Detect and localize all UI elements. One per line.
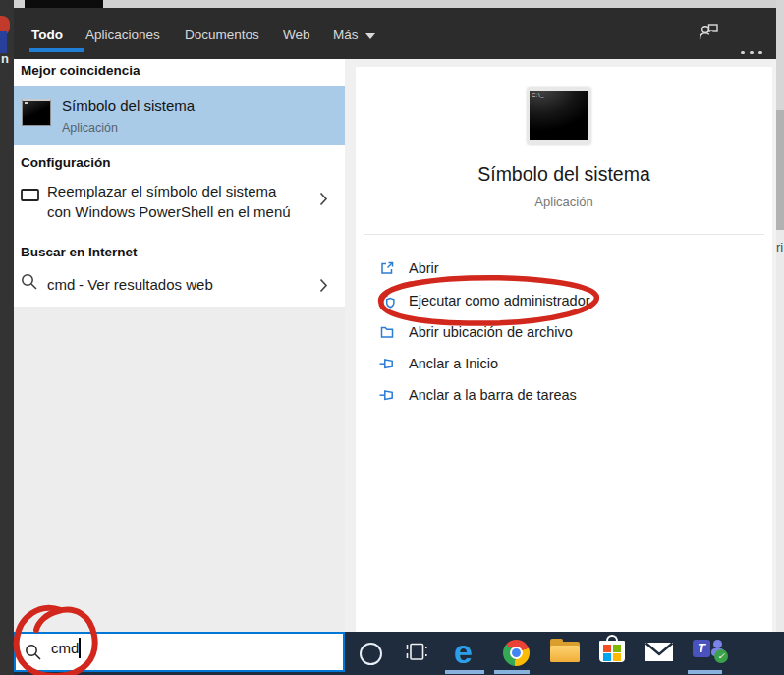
action-label: Anclar a Inicio xyxy=(409,356,498,371)
settings-result-line2: con Windows PowerShell en el menú xyxy=(47,203,291,220)
tab-mas[interactable]: Más xyxy=(333,28,359,42)
cmd-icon-prompt-text: C:\_ xyxy=(532,92,544,98)
background-window-right-edge-light xyxy=(776,230,784,632)
action-anclar-inicio[interactable]: Anclar a Inicio xyxy=(364,351,668,376)
more-options-icon[interactable] xyxy=(741,40,767,58)
search-filter-bar: Todo Aplicaciones Documentos Web Más xyxy=(14,8,776,59)
taskbar-running-indicator xyxy=(445,670,484,674)
action-ejecutar-como-administrador[interactable]: Ejecutar como administrador xyxy=(364,288,668,313)
web-search-section-header: Buscar en Internet xyxy=(21,245,138,259)
cortana-icon xyxy=(360,643,382,665)
action-label: Anclar a la barra de tareas xyxy=(409,387,577,403)
search-input[interactable]: cmd xyxy=(14,632,345,672)
action-abrir-ubicacion[interactable]: Abrir ubicación de archivo xyxy=(364,319,668,345)
edge-icon: e xyxy=(454,633,473,670)
windows-search-flyout: ri n Todo Aplicaciones Documentos Web Má… xyxy=(0,0,784,675)
best-match-title: Símbolo del sistema xyxy=(62,97,195,114)
run-as-admin-shield-icon xyxy=(378,292,396,309)
settings-result-row[interactable]: Reemplazar el símbolo del sistema con Wi… xyxy=(14,179,345,230)
pin-icon xyxy=(378,355,396,372)
active-tab-underline xyxy=(29,48,84,52)
open-icon xyxy=(378,259,396,277)
preview-divider xyxy=(364,234,764,235)
web-search-result-row[interactable]: cmd - Ver resultados web xyxy=(14,267,345,305)
preview-panel xyxy=(356,67,772,632)
action-anclar-barra-tareas[interactable]: Anclar a la barra de tareas xyxy=(364,382,668,408)
tab-todo[interactable]: Todo xyxy=(31,28,63,42)
background-left-strip: n xyxy=(0,0,14,675)
task-view-button[interactable] xyxy=(405,642,427,662)
search-icon xyxy=(21,273,38,291)
teams-button[interactable]: T ✓ xyxy=(693,637,730,666)
background-partial-letter: n xyxy=(1,51,9,66)
action-label: Ejecutar como administrador xyxy=(409,293,590,309)
action-label: Abrir xyxy=(409,260,439,276)
settings-section-header: Configuración xyxy=(21,155,111,170)
cmd-app-icon-large: ▪ ▪ C:\_ xyxy=(528,88,590,144)
background-partial-text: ri xyxy=(776,240,783,254)
file-explorer-button[interactable] xyxy=(550,642,580,662)
tab-documentos[interactable]: Documentos xyxy=(185,28,259,42)
best-match-subtitle: Aplicación xyxy=(62,121,118,135)
search-icon xyxy=(25,644,42,661)
chevron-down-icon[interactable] xyxy=(365,33,375,39)
chevron-right-icon xyxy=(319,278,328,293)
taskbar-running-indicator xyxy=(494,670,530,674)
action-label: Abrir ubicación de archivo xyxy=(409,324,573,340)
web-search-query: cmd xyxy=(47,276,75,293)
cmd-app-icon xyxy=(22,99,51,126)
cortana-button[interactable] xyxy=(360,643,382,665)
results-column-bg-lower xyxy=(14,307,345,632)
taskbar-running-indicator xyxy=(688,670,722,674)
mail-icon xyxy=(645,643,673,661)
preview-app-subtitle: Aplicación xyxy=(356,195,772,209)
store-button[interactable] xyxy=(599,635,625,664)
best-match-result[interactable]: Símbolo del sistema Aplicación xyxy=(14,86,345,145)
best-match-header: Mejor coincidencia xyxy=(21,63,140,78)
search-query-text: cmd xyxy=(51,640,79,656)
background-window-fragment xyxy=(25,0,103,8)
tab-web[interactable]: Web xyxy=(283,28,310,42)
folder-location-icon xyxy=(378,323,396,341)
chrome-button[interactable] xyxy=(503,640,530,666)
background-scrollbar-thumb xyxy=(776,110,784,230)
window-icon xyxy=(21,189,39,202)
tab-aplicaciones[interactable]: Aplicaciones xyxy=(85,28,160,42)
web-search-suffix: - Ver resultados web xyxy=(79,276,213,293)
action-abrir[interactable]: Abrir xyxy=(364,255,668,281)
background-window-top-edge xyxy=(0,0,784,8)
background-app-icon-fragment-blue xyxy=(0,31,7,53)
user-feedback-icon[interactable] xyxy=(698,21,721,44)
preview-app-title: Símbolo del sistema xyxy=(356,163,772,186)
pin-icon xyxy=(378,386,396,404)
mail-button[interactable] xyxy=(644,642,674,662)
settings-result-line1: Reemplazar el símbolo del sistema xyxy=(47,183,276,199)
chevron-right-icon xyxy=(319,192,328,206)
text-cursor xyxy=(79,638,81,658)
edge-button[interactable]: e xyxy=(454,637,473,666)
